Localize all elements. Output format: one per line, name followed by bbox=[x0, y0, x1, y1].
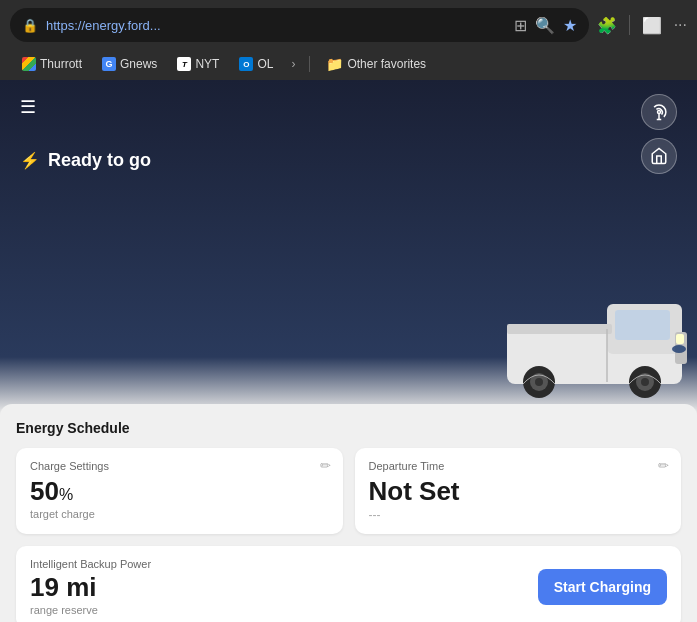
charge-settings-edit-icon[interactable]: ✏ bbox=[320, 458, 331, 473]
url-highlight: https://energy.ford... bbox=[46, 18, 161, 33]
bookmark-thurrott-label: Thurrott bbox=[40, 57, 82, 71]
charge-settings-sublabel: target charge bbox=[30, 508, 329, 520]
cell-tower-icon[interactable] bbox=[641, 94, 677, 130]
backup-power-value: 19 mi bbox=[30, 574, 151, 600]
backup-value-number: 19 bbox=[30, 572, 59, 602]
address-bar[interactable]: 🔒 https://energy.ford... ⊞ 🔍 ★ bbox=[10, 8, 589, 42]
bookmark-ol[interactable]: O OL bbox=[231, 55, 281, 73]
map-icons bbox=[641, 94, 677, 174]
app-content: ☰ ⚡ Ready to go bbox=[0, 80, 697, 622]
other-favorites-label: Other favorites bbox=[347, 57, 426, 71]
charge-value-number: 50 bbox=[30, 476, 59, 506]
ol-favicon: O bbox=[239, 57, 253, 71]
nyt-favicon: T bbox=[177, 57, 191, 71]
address-bar-row: 🔒 https://energy.ford... ⊞ 🔍 ★ 🧩 ⬜ ··· bbox=[10, 8, 687, 42]
backup-power-sublabel: range reserve bbox=[30, 604, 151, 616]
split-view-icon[interactable]: ⬜ bbox=[642, 16, 662, 35]
departure-time-dashes: --- bbox=[369, 508, 668, 522]
start-charging-button[interactable]: Start Charging bbox=[538, 569, 667, 605]
svg-rect-6 bbox=[507, 324, 612, 334]
backup-value-unit: mi bbox=[59, 572, 97, 602]
svg-point-14 bbox=[641, 378, 649, 386]
departure-time-edit-icon[interactable]: ✏ bbox=[658, 458, 669, 473]
app-topbar: ☰ bbox=[0, 80, 697, 134]
bookmark-thurrott[interactable]: Thurrott bbox=[14, 55, 90, 73]
bookmark-ol-label: OL bbox=[257, 57, 273, 71]
svg-rect-5 bbox=[615, 310, 670, 340]
more-bookmarks-button[interactable]: › bbox=[285, 55, 301, 73]
info-cards-row: Charge Settings 50% target charge ✏ Depa… bbox=[16, 448, 681, 534]
search-icon[interactable]: 🔍 bbox=[535, 16, 555, 35]
status-section: ⚡ Ready to go bbox=[0, 134, 697, 187]
departure-time-card: Departure Time Not Set --- ✏ bbox=[355, 448, 682, 534]
browser-icons-right: 🧩 ⬜ ··· bbox=[597, 15, 687, 35]
backup-power-left: Intelligent Backup Power 19 mi range res… bbox=[30, 558, 151, 616]
svg-point-11 bbox=[535, 378, 543, 386]
home-icon[interactable] bbox=[641, 138, 677, 174]
departure-time-label: Departure Time bbox=[369, 460, 668, 472]
more-icon[interactable]: ··· bbox=[674, 16, 687, 34]
charge-settings-label: Charge Settings bbox=[30, 460, 329, 472]
status-label: Ready to go bbox=[48, 150, 151, 171]
hamburger-menu[interactable]: ☰ bbox=[20, 96, 36, 118]
bookmarks-divider bbox=[309, 56, 310, 72]
extensions-icon[interactable]: 🧩 bbox=[597, 16, 617, 35]
other-favorites[interactable]: 📁 Other favorites bbox=[318, 54, 434, 74]
svg-point-15 bbox=[672, 345, 686, 353]
svg-rect-8 bbox=[676, 334, 684, 344]
folder-icon: 📁 bbox=[326, 56, 343, 72]
energy-schedule-title: Energy Schedule bbox=[16, 420, 681, 436]
url-text: https://energy.ford... bbox=[46, 18, 506, 33]
charging-bolt-icon: ⚡ bbox=[20, 151, 40, 170]
toolbar-divider bbox=[629, 15, 630, 35]
backup-power-label: Intelligent Backup Power bbox=[30, 558, 151, 570]
browser-chrome: 🔒 https://energy.ford... ⊞ 🔍 ★ 🧩 ⬜ ··· T… bbox=[0, 0, 697, 80]
charge-settings-value: 50% bbox=[30, 478, 329, 504]
gnews-favicon: G bbox=[102, 57, 116, 71]
truck-area bbox=[477, 254, 697, 414]
energy-schedule-card: Energy Schedule Charge Settings 50% targ… bbox=[0, 404, 697, 622]
svg-point-0 bbox=[658, 111, 661, 114]
backup-power-row: Intelligent Backup Power 19 mi range res… bbox=[16, 546, 681, 622]
departure-time-value: Not Set bbox=[369, 478, 668, 504]
thurrott-favicon bbox=[22, 57, 36, 71]
bookmarks-bar: Thurrott G Gnews T NYT O OL › 📁 Other fa… bbox=[10, 50, 687, 80]
lock-icon: 🔒 bbox=[22, 18, 38, 33]
grid-icon[interactable]: ⊞ bbox=[514, 16, 527, 35]
bookmark-gnews-label: Gnews bbox=[120, 57, 157, 71]
star-icon[interactable]: ★ bbox=[563, 16, 577, 35]
bookmark-gnews[interactable]: G Gnews bbox=[94, 55, 165, 73]
charge-value-unit: % bbox=[59, 486, 73, 503]
bookmark-nyt-label: NYT bbox=[195, 57, 219, 71]
charge-settings-card: Charge Settings 50% target charge ✏ bbox=[16, 448, 343, 534]
bookmark-nyt[interactable]: T NYT bbox=[169, 55, 227, 73]
truck-image bbox=[497, 284, 697, 414]
